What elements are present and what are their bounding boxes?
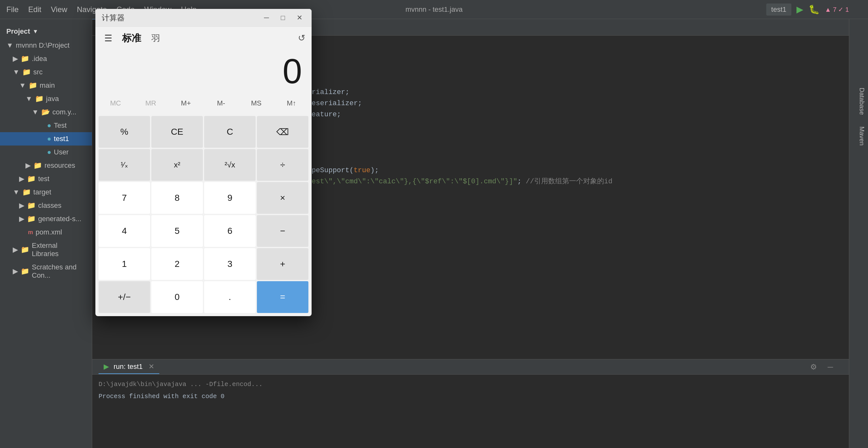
sidebar-item-resources[interactable]: ▶ 📁 resources bbox=[0, 159, 92, 172]
sidebar-item-generated[interactable]: ▶ 📁 generated-s... bbox=[0, 212, 92, 226]
calc-4-button[interactable]: 4 bbox=[99, 215, 150, 247]
folder-icon: 📁 bbox=[27, 201, 36, 210]
calc-mminus-button[interactable]: M- bbox=[204, 94, 238, 112]
menu-edit[interactable]: Edit bbox=[28, 5, 41, 14]
sidebar-item-classes[interactable]: ▶ 📁 classes bbox=[0, 199, 92, 212]
calc-add-button[interactable]: + bbox=[257, 248, 308, 280]
sidebar-project-header[interactable]: Project ▼ bbox=[0, 24, 92, 39]
calc-2-button[interactable]: 2 bbox=[151, 248, 203, 280]
calc-5-button[interactable]: 5 bbox=[151, 215, 203, 247]
menu-view[interactable]: View bbox=[51, 5, 67, 14]
calc-buttons-grid: % CE C ⌫ ¹⁄ₓ x² ²√x ÷ 7 8 9 × 4 5 6 − 1 … bbox=[95, 115, 312, 316]
calc-0-button[interactable]: 0 bbox=[151, 281, 203, 313]
folder-icon: 📁 bbox=[21, 267, 29, 276]
class-icon: ● bbox=[47, 121, 51, 130]
sidebar-arrow-icon: ▶ bbox=[25, 161, 31, 170]
terminal-run-icon: ▶ bbox=[104, 362, 109, 371]
sidebar-item-external[interactable]: ▶ 📁 External Libraries bbox=[0, 239, 92, 260]
sidebar-arrow-icon: ▼ bbox=[6, 41, 13, 50]
menu-file[interactable]: File bbox=[6, 5, 19, 14]
calc-9-button[interactable]: 9 bbox=[204, 182, 256, 214]
calc-window-controls: ─ □ ✕ bbox=[261, 12, 305, 24]
calc-equals-button[interactable]: = bbox=[257, 281, 308, 313]
sidebar-item-main[interactable]: ▼ 📁 main bbox=[0, 79, 92, 92]
folder-icon: 📁 bbox=[29, 81, 37, 90]
calculator-window: 计算器 ─ □ ✕ ☰ 标准 羽 ↺ 0 MC MR M+ M- MS M↑ %… bbox=[95, 9, 312, 316]
sidebar-item-label: .idea bbox=[32, 55, 47, 63]
calc-display: 0 bbox=[95, 47, 312, 92]
calc-negate-button[interactable]: +/− bbox=[99, 281, 150, 313]
calc-sqrt-button[interactable]: ²√x bbox=[204, 149, 256, 181]
terminal-tab-close-icon[interactable]: ✕ bbox=[149, 362, 154, 371]
terminal-output: D:\javajdk\bin\javajava ... -Dfile.encod… bbox=[92, 375, 849, 406]
sidebar-item-idea[interactable]: ▶ 📁 .idea bbox=[0, 52, 92, 65]
sidebar-item-src[interactable]: ▼ 📁 src bbox=[0, 65, 92, 79]
sidebar-item-com[interactable]: ▼ 📂 com.y... bbox=[0, 105, 92, 119]
calc-history-icon[interactable]: ↺ bbox=[298, 33, 305, 43]
sidebar-item-test-dir[interactable]: ▶ 📁 test bbox=[0, 172, 92, 186]
terminal-minimize-icon[interactable]: ─ bbox=[828, 362, 833, 372]
sidebar-item-label: resources bbox=[44, 161, 75, 170]
folder-icon: 📁 bbox=[22, 188, 31, 196]
calc-close-button[interactable]: ✕ bbox=[294, 12, 305, 24]
calc-1-button[interactable]: 1 bbox=[99, 248, 150, 280]
run-button[interactable]: ▶ bbox=[797, 4, 803, 14]
calc-titlebar: 计算器 ─ □ ✕ bbox=[95, 9, 312, 27]
sidebar-item-label: src bbox=[33, 68, 42, 76]
sidebar-item-pom[interactable]: m pom.xml bbox=[0, 226, 92, 239]
sidebar-item-label: target bbox=[33, 188, 51, 196]
sidebar-item-test-class[interactable]: ● Test bbox=[0, 119, 92, 132]
ide-toolbar-right: test1 ▶ 🐛 ▲ 7 ✓ 1 bbox=[766, 3, 849, 15]
calc-decimal-button[interactable]: . bbox=[204, 281, 256, 313]
calc-mc-button[interactable]: MC bbox=[99, 94, 132, 112]
terminal-tab-run[interactable]: ▶ run: test1 ✕ bbox=[99, 360, 159, 374]
sidebar-item-test1[interactable]: ● test1 bbox=[0, 132, 92, 146]
sidebar-item-java[interactable]: ▼ 📁 java bbox=[0, 92, 92, 105]
calc-3-button[interactable]: 3 bbox=[204, 248, 256, 280]
calc-subtract-button[interactable]: − bbox=[257, 215, 308, 247]
terminal-tab-label: run: test1 bbox=[114, 362, 143, 371]
calc-reciprocal-button[interactable]: ¹⁄ₓ bbox=[99, 149, 150, 181]
calc-backspace-button[interactable]: ⌫ bbox=[257, 116, 308, 148]
debug-button[interactable]: 🐛 bbox=[809, 4, 820, 14]
calc-maximize-button[interactable]: □ bbox=[277, 12, 289, 24]
terminal-tabs: ▶ run: test1 ✕ ⚙ ─ bbox=[92, 359, 849, 375]
calc-8-button[interactable]: 8 bbox=[151, 182, 203, 214]
sidebar-item-mvnnn[interactable]: ▼ mvnnn D:\Project bbox=[0, 39, 92, 52]
run-config-dropdown[interactable]: test1 bbox=[766, 3, 792, 15]
calc-menu-icon[interactable]: ☰ bbox=[102, 32, 115, 45]
terminal-output-text: Process finished with exit code 0 bbox=[99, 393, 224, 400]
calc-percent-button[interactable]: % bbox=[99, 116, 150, 148]
terminal-settings-icon[interactable]: ⚙ bbox=[810, 362, 817, 372]
sidebar-item-scratches[interactable]: ▶ 📁 Scratches and Con... bbox=[0, 260, 92, 282]
calc-multiply-button[interactable]: × bbox=[257, 182, 308, 214]
sidebar-item-target[interactable]: ▼ 📁 target bbox=[0, 186, 92, 199]
sidebar-arrow-icon: ▼ bbox=[32, 108, 39, 116]
folder-icon: 📁 bbox=[21, 246, 29, 254]
folder-icon: 📁 bbox=[22, 68, 31, 76]
sidebar-arrow-icon: ▼ bbox=[13, 188, 20, 196]
sidebar-arrow-icon: ▶ bbox=[13, 246, 18, 254]
sidebar-item-label: classes bbox=[38, 201, 61, 210]
calc-c-button[interactable]: C bbox=[204, 116, 256, 148]
side-panel-labels: Database Maven bbox=[849, 83, 868, 151]
maven-panel-label[interactable]: Maven bbox=[849, 121, 868, 151]
calc-mplus-button[interactable]: M+ bbox=[169, 94, 203, 112]
error-badge: ▲ 7 ✓ 1 bbox=[825, 6, 849, 13]
folder-icon: 📁 bbox=[27, 215, 36, 223]
class-icon: ● bbox=[47, 135, 51, 143]
calc-ce-button[interactable]: CE bbox=[151, 116, 203, 148]
calc-square-button[interactable]: x² bbox=[151, 149, 203, 181]
calc-mup-button[interactable]: M↑ bbox=[274, 94, 308, 112]
sidebar-item-label: External Libraries bbox=[32, 242, 86, 258]
sidebar-item-user[interactable]: ● User bbox=[0, 146, 92, 159]
sidebar-arrow-icon: ▼ bbox=[19, 81, 26, 90]
calc-7-button[interactable]: 7 bbox=[99, 182, 150, 214]
database-panel-label[interactable]: Database bbox=[849, 83, 868, 120]
calc-6-button[interactable]: 6 bbox=[204, 215, 256, 247]
calc-ms-button[interactable]: MS bbox=[240, 94, 273, 112]
calc-mr-button[interactable]: MR bbox=[134, 94, 168, 112]
calc-divide-button[interactable]: ÷ bbox=[257, 149, 308, 181]
calc-window-title: 计算器 bbox=[102, 13, 125, 23]
calc-minimize-button[interactable]: ─ bbox=[261, 12, 272, 24]
